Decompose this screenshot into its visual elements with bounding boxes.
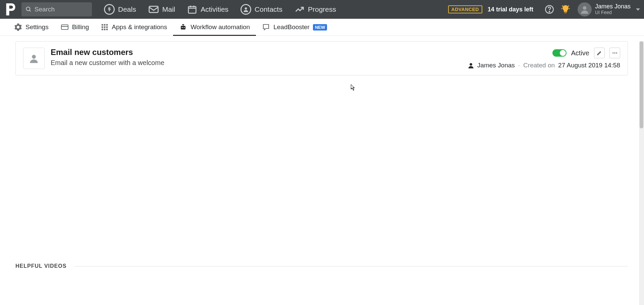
sub-nav: Settings Billing Apps & integrations Wor…: [0, 19, 644, 36]
robot-icon: [179, 23, 187, 31]
svg-rect-9: [61, 25, 68, 29]
search-input[interactable]: [35, 6, 88, 13]
nav-label: Contacts: [255, 5, 282, 13]
plan-badge: ADVANCED: [448, 5, 482, 13]
top-bar: Deals Mail Activities Contacts Progress …: [0, 0, 644, 19]
svg-point-6: [549, 11, 550, 12]
user-sub: UI Feed: [595, 10, 631, 15]
subnav-label: Apps & integrations: [112, 23, 167, 31]
chat-icon: [262, 23, 270, 31]
svg-rect-7: [564, 12, 567, 13]
nav-contacts[interactable]: Contacts: [235, 0, 288, 19]
status-label: Active: [571, 49, 589, 57]
search-icon: [25, 6, 32, 13]
lightbulb-icon: [560, 4, 571, 14]
calendar-icon: [187, 4, 197, 14]
new-badge: new: [313, 24, 327, 30]
edit-button[interactable]: [594, 48, 605, 58]
subnav-billing[interactable]: Billing: [55, 19, 95, 36]
nav-label: Activities: [201, 5, 228, 13]
workflow-title: Email new customers: [51, 48, 462, 57]
apps-grid-icon: [101, 23, 108, 31]
global-search[interactable]: [21, 2, 92, 16]
help-button[interactable]: [543, 3, 556, 16]
pencil-icon: [597, 50, 602, 56]
svg-point-26: [470, 63, 472, 66]
tips-button[interactable]: [559, 3, 572, 16]
user-name: James Jonas: [595, 3, 631, 10]
svg-point-20: [182, 27, 183, 28]
svg-rect-14: [104, 26, 106, 28]
contacts-icon: [240, 4, 251, 15]
gear-icon: [14, 23, 22, 31]
workflow-thumb: [23, 48, 45, 69]
subnav-label: Settings: [25, 23, 49, 31]
user-menu[interactable]: James Jonas UI Feed: [578, 2, 641, 16]
app-logo[interactable]: [0, 3, 21, 15]
subnav-leadbooster[interactable]: LeadBooster new: [256, 19, 333, 36]
nav-label: Progress: [308, 5, 336, 13]
svg-rect-11: [104, 24, 106, 26]
help-icon: [545, 5, 554, 14]
subnav-label: LeadBooster: [273, 23, 310, 31]
workflow-controls: Active: [552, 48, 620, 58]
svg-point-24: [614, 53, 615, 54]
nav-progress[interactable]: Progress: [289, 0, 341, 19]
helpful-videos-header: Helpful Videos: [15, 263, 628, 269]
chevron-down-icon: [636, 8, 640, 11]
svg-rect-18: [106, 29, 108, 30]
workflow-card[interactable]: Email new customers Email a new customer…: [15, 41, 628, 75]
nav-mail[interactable]: Mail: [143, 0, 181, 19]
svg-rect-12: [106, 24, 108, 26]
created-value: 27 August 2019 14:58: [558, 62, 620, 69]
subnav-apps[interactable]: Apps & integrations: [95, 19, 173, 36]
workflow-author: James Jonas: [477, 62, 515, 69]
more-button[interactable]: [609, 48, 620, 58]
workflow-main: Email new customers Email a new customer…: [51, 48, 462, 67]
page-body: Email new customers Email a new customer…: [0, 41, 644, 305]
subnav-workflow-automation[interactable]: Workflow automation: [173, 19, 256, 36]
subnav-label: Workflow automation: [191, 23, 250, 31]
person-icon: [580, 5, 589, 14]
svg-line-1: [30, 10, 31, 11]
workflow-right: Active James Jonas · Created on 27 Augus…: [468, 48, 620, 69]
svg-rect-17: [104, 29, 106, 30]
divider: [74, 266, 628, 266]
nav-deals[interactable]: Deals: [99, 0, 142, 19]
svg-point-25: [616, 53, 617, 54]
svg-rect-15: [106, 26, 108, 28]
trial-days-left: 14 trial days left: [488, 6, 533, 13]
svg-point-22: [32, 55, 36, 59]
separator-dot: ·: [518, 62, 520, 69]
subnav-label: Billing: [72, 23, 89, 31]
workflow-desc: Email a new customer with a welcome: [51, 59, 462, 67]
nav-activities[interactable]: Activities: [182, 0, 234, 19]
nav-label: Deals: [118, 5, 136, 13]
pipedrive-logo-icon: [6, 3, 15, 15]
svg-rect-10: [102, 24, 103, 26]
svg-point-0: [26, 7, 30, 11]
svg-point-23: [612, 53, 613, 54]
active-toggle[interactable]: [552, 49, 567, 57]
person-icon: [29, 54, 39, 63]
svg-point-21: [184, 27, 185, 28]
svg-point-4: [245, 7, 247, 10]
svg-rect-2: [149, 6, 158, 13]
mail-icon: [148, 4, 159, 15]
card-icon: [61, 23, 69, 31]
progress-icon: [294, 4, 305, 14]
dollar-icon: [104, 4, 115, 15]
main-nav: Deals Mail Activities Contacts Progress: [99, 0, 341, 19]
svg-point-8: [583, 6, 587, 10]
topbar-right: ADVANCED 14 trial days left James Jonas …: [448, 2, 641, 16]
scrollbar-thumb[interactable]: [640, 41, 643, 128]
mouse-cursor: [351, 84, 356, 91]
svg-rect-16: [102, 29, 103, 30]
nav-label: Mail: [162, 5, 175, 13]
subnav-settings[interactable]: Settings: [8, 19, 55, 36]
created-label: Created on: [523, 62, 555, 69]
person-icon: [468, 62, 474, 68]
ellipsis-icon: [612, 50, 618, 56]
user-text: James Jonas UI Feed: [595, 3, 631, 15]
scrollbar-track[interactable]: [639, 41, 644, 305]
